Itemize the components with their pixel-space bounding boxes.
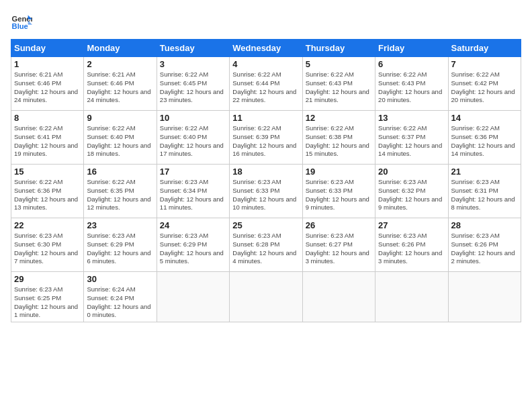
day-info: Sunrise: 6:22 AM Sunset: 6:43 PM Dayligh… [306, 71, 372, 105]
empty-cell [157, 272, 229, 322]
day-info: Sunrise: 6:22 AM Sunset: 6:36 PM Dayligh… [14, 178, 81, 212]
day-cell-25: 25 Sunrise: 6:23 AM Sunset: 6:28 PM Dayl… [230, 218, 302, 272]
day-cell-16: 16 Sunrise: 6:22 AM Sunset: 6:35 PM Dayl… [84, 165, 157, 218]
calendar-body: 1 Sunrise: 6:21 AM Sunset: 6:46 PM Dayli… [11, 57, 521, 322]
header: General Blue [11, 11, 521, 32]
header-friday: Friday [375, 40, 448, 57]
day-info: Sunrise: 6:23 AM Sunset: 6:32 PM Dayligh… [378, 178, 445, 212]
day-info: Sunrise: 6:23 AM Sunset: 6:29 PM Dayligh… [87, 232, 153, 266]
day-info: Sunrise: 6:22 AM Sunset: 6:37 PM Dayligh… [378, 124, 445, 158]
day-number: 1 [14, 59, 81, 69]
day-info: Sunrise: 6:23 AM Sunset: 6:31 PM Dayligh… [451, 178, 518, 212]
day-info: Sunrise: 6:23 AM Sunset: 6:29 PM Dayligh… [160, 232, 226, 266]
day-cell-29: 29 Sunrise: 6:23 AM Sunset: 6:25 PM Dayl… [11, 272, 84, 322]
day-info: Sunrise: 6:22 AM Sunset: 6:40 PM Dayligh… [87, 124, 153, 158]
empty-cell [448, 272, 521, 322]
day-number: 12 [306, 113, 372, 123]
day-info: Sunrise: 6:21 AM Sunset: 6:46 PM Dayligh… [87, 71, 153, 105]
calendar-row: 15 Sunrise: 6:22 AM Sunset: 6:36 PM Dayl… [11, 165, 521, 218]
day-cell-26: 26 Sunrise: 6:23 AM Sunset: 6:27 PM Dayl… [302, 218, 375, 272]
day-number: 14 [451, 113, 518, 123]
day-info: Sunrise: 6:22 AM Sunset: 6:44 PM Dayligh… [232, 71, 299, 105]
day-info: Sunrise: 6:22 AM Sunset: 6:42 PM Dayligh… [451, 71, 518, 105]
day-number: 27 [378, 220, 445, 230]
calendar-row: 8 Sunrise: 6:22 AM Sunset: 6:41 PM Dayli… [11, 111, 521, 165]
day-info: Sunrise: 6:23 AM Sunset: 6:26 PM Dayligh… [378, 232, 445, 266]
day-info: Sunrise: 6:23 AM Sunset: 6:33 PM Dayligh… [306, 178, 372, 212]
header-wednesday: Wednesday [230, 40, 302, 57]
day-number: 19 [306, 167, 372, 177]
weekday-header-row: Sunday Monday Tuesday Wednesday Thursday… [11, 40, 521, 57]
day-number: 15 [14, 167, 81, 177]
day-cell-10: 10 Sunrise: 6:22 AM Sunset: 6:40 PM Dayl… [157, 111, 229, 165]
day-number: 16 [87, 167, 153, 177]
day-number: 8 [14, 113, 81, 123]
day-cell-22: 22 Sunrise: 6:23 AM Sunset: 6:30 PM Dayl… [11, 218, 84, 272]
header-tuesday: Tuesday [157, 40, 229, 57]
day-number: 22 [14, 220, 81, 230]
day-number: 13 [378, 113, 445, 123]
day-info: Sunrise: 6:23 AM Sunset: 6:33 PM Dayligh… [232, 178, 299, 212]
empty-cell [375, 272, 448, 322]
day-cell-27: 27 Sunrise: 6:23 AM Sunset: 6:26 PM Dayl… [375, 218, 448, 272]
day-cell-14: 14 Sunrise: 6:22 AM Sunset: 6:36 PM Dayl… [448, 111, 521, 165]
day-number: 9 [87, 113, 153, 123]
day-number: 4 [232, 59, 299, 69]
header-monday: Monday [84, 40, 157, 57]
day-info: Sunrise: 6:23 AM Sunset: 6:34 PM Dayligh… [160, 178, 226, 212]
day-cell-19: 19 Sunrise: 6:23 AM Sunset: 6:33 PM Dayl… [302, 165, 375, 218]
day-info: Sunrise: 6:22 AM Sunset: 6:36 PM Dayligh… [451, 124, 518, 158]
day-cell-21: 21 Sunrise: 6:23 AM Sunset: 6:31 PM Dayl… [448, 165, 521, 218]
calendar-row: 29 Sunrise: 6:23 AM Sunset: 6:25 PM Dayl… [11, 272, 521, 322]
day-cell-6: 6 Sunrise: 6:22 AM Sunset: 6:43 PM Dayli… [375, 57, 448, 111]
day-info: Sunrise: 6:23 AM Sunset: 6:25 PM Dayligh… [14, 285, 81, 320]
day-number: 29 [14, 274, 81, 284]
day-info: Sunrise: 6:22 AM Sunset: 6:40 PM Dayligh… [160, 124, 226, 158]
day-cell-11: 11 Sunrise: 6:22 AM Sunset: 6:39 PM Dayl… [230, 111, 302, 165]
day-number: 28 [451, 220, 518, 230]
day-info: Sunrise: 6:22 AM Sunset: 6:45 PM Dayligh… [160, 71, 226, 105]
day-cell-28: 28 Sunrise: 6:23 AM Sunset: 6:26 PM Dayl… [448, 218, 521, 272]
empty-cell [302, 272, 375, 322]
day-cell-3: 3 Sunrise: 6:22 AM Sunset: 6:45 PM Dayli… [157, 57, 229, 111]
day-cell-2: 2 Sunrise: 6:21 AM Sunset: 6:46 PM Dayli… [84, 57, 157, 111]
day-number: 25 [232, 220, 299, 230]
day-number: 5 [306, 59, 372, 69]
day-info: Sunrise: 6:22 AM Sunset: 6:43 PM Dayligh… [378, 71, 445, 105]
svg-text:Blue: Blue [12, 22, 28, 30]
day-cell-4: 4 Sunrise: 6:22 AM Sunset: 6:44 PM Dayli… [230, 57, 302, 111]
day-cell-12: 12 Sunrise: 6:22 AM Sunset: 6:38 PM Dayl… [302, 111, 375, 165]
day-cell-15: 15 Sunrise: 6:22 AM Sunset: 6:36 PM Dayl… [11, 165, 84, 218]
day-number: 20 [378, 167, 445, 177]
day-number: 23 [87, 220, 153, 230]
day-cell-1: 1 Sunrise: 6:21 AM Sunset: 6:46 PM Dayli… [11, 57, 84, 111]
day-cell-20: 20 Sunrise: 6:23 AM Sunset: 6:32 PM Dayl… [375, 165, 448, 218]
day-cell-30: 30 Sunrise: 6:24 AM Sunset: 6:24 PM Dayl… [84, 272, 157, 322]
day-number: 2 [87, 59, 153, 69]
day-number: 24 [160, 220, 226, 230]
day-number: 11 [232, 113, 299, 123]
day-info: Sunrise: 6:23 AM Sunset: 6:28 PM Dayligh… [232, 232, 299, 266]
day-info: Sunrise: 6:23 AM Sunset: 6:30 PM Dayligh… [14, 232, 81, 266]
day-number: 6 [378, 59, 445, 69]
day-info: Sunrise: 6:21 AM Sunset: 6:46 PM Dayligh… [14, 71, 81, 105]
day-cell-9: 9 Sunrise: 6:22 AM Sunset: 6:40 PM Dayli… [84, 111, 157, 165]
day-number: 30 [87, 274, 153, 284]
day-number: 10 [160, 113, 226, 123]
page-container: General Blue Sunday Monday Tuesday Wedne… [0, 0, 532, 328]
day-info: Sunrise: 6:22 AM Sunset: 6:41 PM Dayligh… [14, 124, 81, 158]
day-cell-7: 7 Sunrise: 6:22 AM Sunset: 6:42 PM Dayli… [448, 57, 521, 111]
day-cell-18: 18 Sunrise: 6:23 AM Sunset: 6:33 PM Dayl… [230, 165, 302, 218]
day-number: 18 [232, 167, 299, 177]
day-number: 3 [160, 59, 226, 69]
day-info: Sunrise: 6:23 AM Sunset: 6:27 PM Dayligh… [306, 232, 372, 266]
calendar-row: 1 Sunrise: 6:21 AM Sunset: 6:46 PM Dayli… [11, 57, 521, 111]
calendar-table: Sunday Monday Tuesday Wednesday Thursday… [11, 39, 521, 322]
day-cell-24: 24 Sunrise: 6:23 AM Sunset: 6:29 PM Dayl… [157, 218, 229, 272]
day-cell-23: 23 Sunrise: 6:23 AM Sunset: 6:29 PM Dayl… [84, 218, 157, 272]
day-info: Sunrise: 6:22 AM Sunset: 6:38 PM Dayligh… [306, 124, 372, 158]
logo: General Blue [11, 11, 32, 32]
day-number: 17 [160, 167, 226, 177]
day-cell-13: 13 Sunrise: 6:22 AM Sunset: 6:37 PM Dayl… [375, 111, 448, 165]
day-info: Sunrise: 6:22 AM Sunset: 6:39 PM Dayligh… [232, 124, 299, 158]
